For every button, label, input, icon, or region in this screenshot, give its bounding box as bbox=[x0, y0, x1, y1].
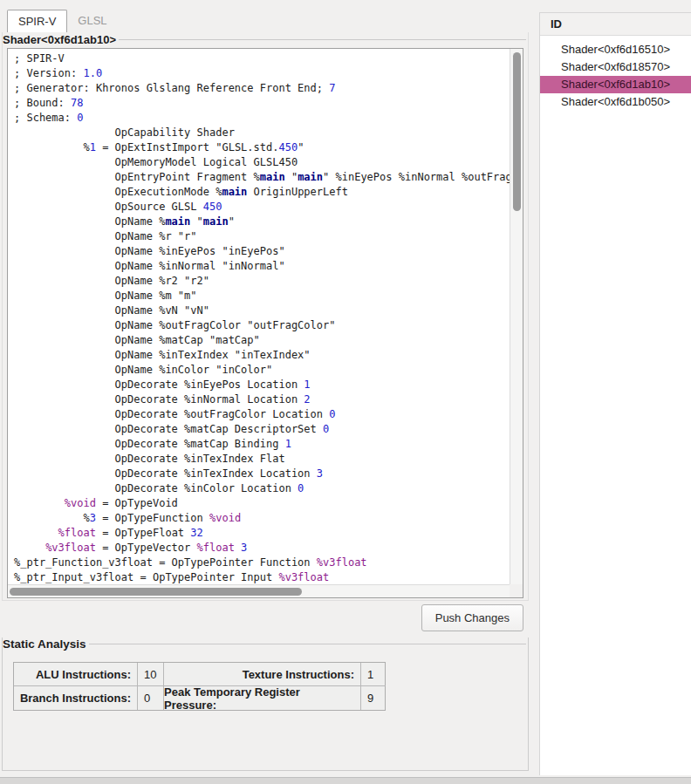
spirv-disassembly-editor[interactable]: ; SPIR-V; Version: 1.0; Generator: Khron… bbox=[7, 48, 523, 598]
static-analysis-groupbox: Static Analysis ALU Instructions: 10 Tex… bbox=[2, 637, 529, 771]
groupbox-rule bbox=[119, 39, 526, 40]
groupbox-rule bbox=[89, 644, 526, 644]
code-content[interactable]: ; SPIR-V; Version: 1.0; Generator: Khron… bbox=[8, 49, 510, 584]
shader-groupbox-header: Shader<0xf6d1ab10> bbox=[3, 32, 528, 46]
shader-list-item[interactable]: Shader<0xf6d18570> bbox=[540, 58, 691, 76]
push-changes-button[interactable]: Push Changes bbox=[421, 604, 523, 631]
bottom-scrollbar-strip[interactable] bbox=[0, 777, 691, 784]
shader-viewer-window: SPIR-V GLSL Shader<0xf6d1ab10> ; SPIR-V;… bbox=[0, 0, 691, 784]
tab-glsl[interactable]: GLSL bbox=[67, 10, 117, 32]
branch-instructions-value: 0 bbox=[138, 686, 164, 710]
shader-id-panel: ID Shader<0xf6d16510>Shader<0xf6d18570>S… bbox=[539, 0, 691, 784]
vertical-scrollbar[interactable] bbox=[510, 49, 523, 584]
shader-list-item[interactable]: Shader<0xf6d1b050> bbox=[540, 93, 691, 111]
static-analysis-title: Static Analysis bbox=[3, 637, 86, 651]
vertical-scrollbar-thumb[interactable] bbox=[513, 52, 521, 211]
tab-spirv[interactable]: SPIR-V bbox=[7, 10, 67, 32]
static-analysis-table: ALU Instructions: 10 Texture Instruction… bbox=[13, 662, 386, 711]
texture-instructions-label: Texture Instructions: bbox=[164, 663, 361, 686]
panel-splitter[interactable] bbox=[530, 0, 539, 784]
alu-instructions-value: 10 bbox=[138, 663, 164, 686]
shader-list-item[interactable]: Shader<0xf6d1ab10> bbox=[540, 76, 691, 93]
shader-language-tabs: SPIR-V GLSL bbox=[0, 0, 530, 32]
shader-groupbox: Shader<0xf6d1ab10> ; SPIR-V; Version: 1.… bbox=[2, 32, 529, 601]
shader-list: Shader<0xf6d16510>Shader<0xf6d18570>Shad… bbox=[540, 36, 691, 111]
horizontal-scrollbar[interactable] bbox=[8, 584, 510, 597]
shader-list-item[interactable]: Shader<0xf6d16510> bbox=[540, 41, 691, 58]
editor-button-row: Push Changes bbox=[0, 601, 530, 635]
register-pressure-label: Peak Temporary Register Pressure: bbox=[164, 686, 361, 710]
register-pressure-value: 9 bbox=[361, 686, 386, 710]
horizontal-scrollbar-thumb[interactable] bbox=[10, 588, 302, 596]
alu-instructions-label: ALU Instructions: bbox=[14, 663, 138, 686]
static-analysis-header: Static Analysis bbox=[3, 637, 528, 651]
scrollbar-corner bbox=[510, 584, 523, 597]
shader-groupbox-title: Shader<0xf6d1ab10> bbox=[3, 33, 116, 46]
texture-instructions-value: 1 bbox=[361, 663, 386, 686]
id-column-header[interactable]: ID bbox=[540, 13, 691, 36]
shader-id-list-widget: ID Shader<0xf6d16510>Shader<0xf6d18570>S… bbox=[539, 12, 691, 775]
shader-edit-panel: SPIR-V GLSL Shader<0xf6d1ab10> ; SPIR-V;… bbox=[0, 0, 530, 784]
branch-instructions-label: Branch Instructions: bbox=[14, 686, 138, 710]
